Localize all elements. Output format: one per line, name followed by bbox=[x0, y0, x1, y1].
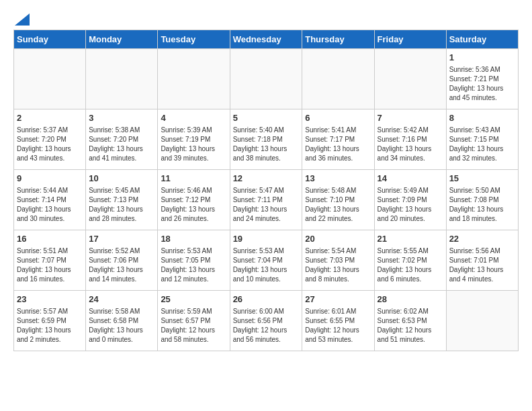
day-info: Sunrise: 5:55 AM Sunset: 7:02 PM Dayligh… bbox=[378, 246, 443, 284]
day-number: 9 bbox=[17, 173, 83, 185]
day-number: 10 bbox=[89, 173, 154, 185]
day-info: Sunrise: 5:53 AM Sunset: 7:05 PM Dayligh… bbox=[161, 246, 226, 284]
calendar-table: SundayMondayTuesdayWednesdayThursdayFrid… bbox=[13, 30, 519, 351]
calendar-cell bbox=[302, 49, 374, 109]
calendar-cell: 21Sunrise: 5:55 AM Sunset: 7:02 PM Dayli… bbox=[374, 230, 446, 291]
page-header bbox=[13, 13, 519, 23]
day-info: Sunrise: 5:52 AM Sunset: 7:06 PM Dayligh… bbox=[89, 246, 154, 284]
calendar-cell: 11Sunrise: 5:46 AM Sunset: 7:12 PM Dayli… bbox=[158, 170, 230, 230]
calendar-header-row: SundayMondayTuesdayWednesdayThursdayFrid… bbox=[14, 30, 519, 49]
calendar-cell: 22Sunrise: 5:56 AM Sunset: 7:01 PM Dayli… bbox=[446, 230, 518, 291]
calendar-cell: 17Sunrise: 5:52 AM Sunset: 7:06 PM Dayli… bbox=[86, 230, 158, 291]
calendar-cell: 1Sunrise: 5:36 AM Sunset: 7:21 PM Daylig… bbox=[446, 49, 518, 109]
day-number: 11 bbox=[161, 173, 226, 185]
day-number: 5 bbox=[233, 112, 300, 124]
day-number: 15 bbox=[449, 173, 515, 185]
day-number: 13 bbox=[305, 173, 371, 185]
day-number: 26 bbox=[233, 293, 300, 306]
day-info: Sunrise: 5:58 AM Sunset: 6:58 PM Dayligh… bbox=[89, 307, 154, 345]
day-header-friday: Friday bbox=[374, 30, 446, 49]
calendar-cell: 23Sunrise: 5:57 AM Sunset: 6:59 PM Dayli… bbox=[14, 291, 86, 351]
day-info: Sunrise: 5:51 AM Sunset: 7:07 PM Dayligh… bbox=[17, 246, 83, 284]
calendar-cell: 4Sunrise: 5:39 AM Sunset: 7:19 PM Daylig… bbox=[158, 109, 230, 170]
calendar-cell: 14Sunrise: 5:49 AM Sunset: 7:09 PM Dayli… bbox=[374, 170, 446, 230]
day-info: Sunrise: 5:48 AM Sunset: 7:10 PM Dayligh… bbox=[305, 186, 371, 224]
day-info: Sunrise: 5:43 AM Sunset: 7:15 PM Dayligh… bbox=[449, 126, 515, 163]
day-number: 7 bbox=[378, 112, 443, 124]
day-header-sunday: Sunday bbox=[14, 30, 86, 49]
day-info: Sunrise: 5:38 AM Sunset: 7:20 PM Dayligh… bbox=[89, 126, 154, 163]
day-header-thursday: Thursday bbox=[302, 30, 374, 49]
day-info: Sunrise: 6:00 AM Sunset: 6:56 PM Dayligh… bbox=[233, 307, 300, 345]
calendar-week-row: 23Sunrise: 5:57 AM Sunset: 6:59 PM Dayli… bbox=[14, 291, 519, 351]
day-header-tuesday: Tuesday bbox=[158, 30, 230, 49]
day-number: 24 bbox=[89, 293, 154, 306]
day-number: 16 bbox=[17, 233, 83, 245]
day-info: Sunrise: 6:02 AM Sunset: 6:53 PM Dayligh… bbox=[378, 307, 443, 345]
day-number: 22 bbox=[449, 233, 515, 245]
day-number: 23 bbox=[17, 293, 83, 306]
day-info: Sunrise: 5:41 AM Sunset: 7:17 PM Dayligh… bbox=[305, 126, 371, 163]
day-info: Sunrise: 5:49 AM Sunset: 7:09 PM Dayligh… bbox=[378, 186, 443, 224]
day-info: Sunrise: 5:54 AM Sunset: 7:03 PM Dayligh… bbox=[305, 246, 371, 284]
day-number: 4 bbox=[161, 112, 226, 124]
day-info: Sunrise: 5:56 AM Sunset: 7:01 PM Dayligh… bbox=[449, 246, 515, 284]
calendar-cell bbox=[158, 49, 230, 109]
calendar-cell: 5Sunrise: 5:40 AM Sunset: 7:18 PM Daylig… bbox=[230, 109, 302, 170]
day-info: Sunrise: 5:45 AM Sunset: 7:13 PM Dayligh… bbox=[89, 186, 154, 224]
day-info: Sunrise: 5:44 AM Sunset: 7:14 PM Dayligh… bbox=[17, 186, 83, 224]
calendar-cell: 3Sunrise: 5:38 AM Sunset: 7:20 PM Daylig… bbox=[86, 109, 158, 170]
day-info: Sunrise: 5:39 AM Sunset: 7:19 PM Dayligh… bbox=[161, 126, 226, 163]
calendar-cell: 27Sunrise: 6:01 AM Sunset: 6:55 PM Dayli… bbox=[302, 291, 374, 351]
calendar-week-row: 16Sunrise: 5:51 AM Sunset: 7:07 PM Dayli… bbox=[14, 230, 519, 291]
day-number: 20 bbox=[305, 233, 371, 245]
calendar-cell bbox=[14, 49, 86, 109]
day-number: 25 bbox=[161, 293, 226, 306]
calendar-cell bbox=[374, 49, 446, 109]
calendar-cell: 13Sunrise: 5:48 AM Sunset: 7:10 PM Dayli… bbox=[302, 170, 374, 230]
calendar-cell bbox=[86, 49, 158, 109]
day-info: Sunrise: 5:37 AM Sunset: 7:20 PM Dayligh… bbox=[17, 126, 83, 163]
calendar-cell: 10Sunrise: 5:45 AM Sunset: 7:13 PM Dayli… bbox=[86, 170, 158, 230]
day-number: 27 bbox=[305, 293, 371, 306]
day-info: Sunrise: 5:50 AM Sunset: 7:08 PM Dayligh… bbox=[449, 186, 515, 224]
logo bbox=[13, 13, 31, 23]
calendar-cell: 12Sunrise: 5:47 AM Sunset: 7:11 PM Dayli… bbox=[230, 170, 302, 230]
calendar-cell: 2Sunrise: 5:37 AM Sunset: 7:20 PM Daylig… bbox=[14, 109, 86, 170]
day-number: 1 bbox=[449, 52, 515, 64]
day-number: 28 bbox=[378, 293, 443, 306]
calendar-week-row: 1Sunrise: 5:36 AM Sunset: 7:21 PM Daylig… bbox=[14, 49, 519, 109]
day-header-wednesday: Wednesday bbox=[230, 30, 302, 49]
calendar-cell: 8Sunrise: 5:43 AM Sunset: 7:15 PM Daylig… bbox=[446, 109, 518, 170]
day-info: Sunrise: 6:01 AM Sunset: 6:55 PM Dayligh… bbox=[305, 307, 371, 345]
calendar-cell bbox=[446, 291, 518, 351]
calendar-cell: 18Sunrise: 5:53 AM Sunset: 7:05 PM Dayli… bbox=[158, 230, 230, 291]
calendar-cell: 7Sunrise: 5:42 AM Sunset: 7:16 PM Daylig… bbox=[374, 109, 446, 170]
day-number: 12 bbox=[233, 173, 300, 185]
day-number: 14 bbox=[378, 173, 443, 185]
day-number: 2 bbox=[17, 112, 83, 124]
svg-marker-0 bbox=[15, 13, 30, 26]
day-header-saturday: Saturday bbox=[446, 30, 518, 49]
day-number: 19 bbox=[233, 233, 300, 245]
day-header-monday: Monday bbox=[86, 30, 158, 49]
day-number: 3 bbox=[89, 112, 154, 124]
day-info: Sunrise: 5:59 AM Sunset: 6:57 PM Dayligh… bbox=[161, 307, 226, 345]
day-info: Sunrise: 5:42 AM Sunset: 7:16 PM Dayligh… bbox=[378, 126, 443, 163]
calendar-cell bbox=[230, 49, 302, 109]
day-info: Sunrise: 5:36 AM Sunset: 7:21 PM Dayligh… bbox=[449, 65, 515, 103]
calendar-cell: 16Sunrise: 5:51 AM Sunset: 7:07 PM Dayli… bbox=[14, 230, 86, 291]
day-number: 8 bbox=[449, 112, 515, 124]
calendar-cell: 6Sunrise: 5:41 AM Sunset: 7:17 PM Daylig… bbox=[302, 109, 374, 170]
calendar-week-row: 9Sunrise: 5:44 AM Sunset: 7:14 PM Daylig… bbox=[14, 170, 519, 230]
day-info: Sunrise: 5:57 AM Sunset: 6:59 PM Dayligh… bbox=[17, 307, 83, 345]
calendar-cell: 24Sunrise: 5:58 AM Sunset: 6:58 PM Dayli… bbox=[86, 291, 158, 351]
day-number: 21 bbox=[378, 233, 443, 245]
calendar-cell: 19Sunrise: 5:53 AM Sunset: 7:04 PM Dayli… bbox=[230, 230, 302, 291]
day-info: Sunrise: 5:46 AM Sunset: 7:12 PM Dayligh… bbox=[161, 186, 226, 224]
calendar-cell: 28Sunrise: 6:02 AM Sunset: 6:53 PM Dayli… bbox=[374, 291, 446, 351]
calendar-week-row: 2Sunrise: 5:37 AM Sunset: 7:20 PM Daylig… bbox=[14, 109, 519, 170]
calendar-cell: 9Sunrise: 5:44 AM Sunset: 7:14 PM Daylig… bbox=[14, 170, 86, 230]
day-number: 18 bbox=[161, 233, 226, 245]
day-info: Sunrise: 5:47 AM Sunset: 7:11 PM Dayligh… bbox=[233, 186, 300, 224]
